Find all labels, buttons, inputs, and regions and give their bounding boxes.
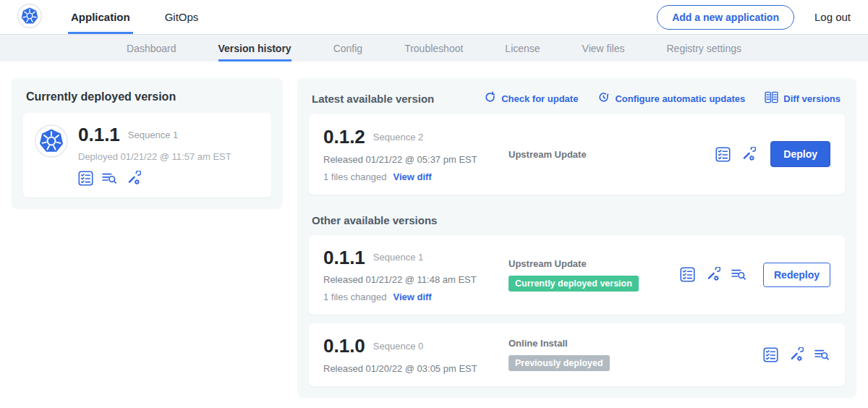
currently-deployed-panel: Currently deployed version (12, 78, 283, 209)
configure-automatic-updates-link[interactable]: Configure automatic updates (597, 91, 745, 106)
subnav-item-license[interactable]: License (505, 37, 540, 61)
version-source-label: Upstream Update (509, 149, 715, 160)
diff-columns-icon (765, 91, 778, 106)
lines-magnifier-icon[interactable] (731, 267, 747, 282)
logout-button[interactable]: Log out (814, 11, 851, 23)
version-source-label: Upstream Update (509, 258, 680, 269)
latest-version-title: Latest available version (312, 93, 434, 105)
sequence-label: Sequence 1 (373, 252, 423, 263)
diff-versions-link[interactable]: Diff versions (765, 91, 841, 106)
sequence-label: Sequence 2 (373, 132, 423, 143)
subnav-item-version-history[interactable]: Version history (218, 37, 292, 61)
sequence-label: Sequence 0 (373, 341, 423, 352)
wrench-gear-icon[interactable] (741, 147, 756, 162)
version-source-label: Online Install (509, 338, 763, 349)
top-tab-bar: Application GitOps (68, 0, 201, 34)
other-versions-title: Other available versions (309, 214, 845, 226)
checklist-icon[interactable] (763, 347, 778, 362)
wrench-gear-icon[interactable] (788, 347, 804, 362)
subnav-item-dashboard[interactable]: Dashboard (127, 37, 176, 61)
topbar-actions: Add a new application Log out (657, 0, 851, 34)
version-number: 0.1.0 (323, 336, 365, 357)
kubernetes-logo-icon (17, 4, 42, 31)
deployed-panel-title: Currently deployed version (23, 90, 271, 103)
refresh-icon (484, 91, 496, 106)
previously-deployed-badge: Previously deployed (509, 355, 610, 371)
deployed-timestamp: Deployed 01/21/22 @ 11:57 am EST (78, 151, 231, 162)
tab-gitops-label: GitOps (165, 11, 199, 23)
kubernetes-logo-icon (35, 124, 68, 158)
version-row-0-1-1: 0.1.1 Sequence 1 Released 01/21/22 @ 11:… (309, 235, 845, 315)
lines-magnifier-icon[interactable] (101, 171, 118, 186)
version-row-0-1-0: 0.1.0 Sequence 0 Released 01/20/22 @ 03:… (309, 323, 845, 386)
subnav-item-config[interactable]: Config (333, 37, 362, 61)
subnav-item-view-files[interactable]: View files (582, 37, 625, 61)
view-diff-link[interactable]: View diff (393, 292, 431, 302)
lines-magnifier-icon[interactable] (814, 347, 830, 362)
checklist-icon[interactable] (680, 267, 695, 282)
deployed-sequence-label: Sequence 1 (128, 129, 178, 140)
version-history-panel: Latest available version Check for updat… (297, 78, 856, 398)
check-for-update-link[interactable]: Check for update (484, 91, 578, 106)
checklist-icon[interactable] (715, 147, 731, 162)
app-logo (17, 0, 42, 34)
top-header: Application GitOps Add a new application… (0, 0, 868, 35)
released-timestamp: Released 01/21/22 @ 05:37 pm EST (323, 154, 509, 165)
redeploy-button[interactable]: Redeploy (763, 263, 830, 287)
main-content: Currently deployed version (0, 61, 868, 408)
version-number: 0.1.2 (323, 127, 365, 148)
wrench-gear-icon[interactable] (705, 267, 720, 282)
version-row-0-1-2: 0.1.2 Sequence 2 Released 01/21/22 @ 05:… (309, 114, 845, 195)
wrench-gear-icon[interactable] (126, 171, 141, 186)
deployed-version-number: 0.1.1 (78, 124, 120, 145)
app-subnav: Dashboard Version history Config Trouble… (0, 35, 868, 61)
released-timestamp: Released 01/21/22 @ 11:48 am EST (323, 274, 509, 285)
deployed-version-card: 0.1.1 Sequence 1 Deployed 01/21/22 @ 11:… (23, 113, 271, 197)
deploy-button[interactable]: Deploy (770, 141, 830, 167)
checklist-icon[interactable] (78, 171, 93, 186)
refresh-clock-icon (597, 91, 610, 106)
currently-deployed-badge: Currently deployed version (509, 276, 639, 292)
add-application-button[interactable]: Add a new application (657, 5, 794, 30)
tab-application-label: Application (71, 11, 130, 23)
tab-application[interactable]: Application (68, 2, 133, 34)
subnav-item-registry-settings[interactable]: Registry settings (667, 37, 741, 61)
subnav-item-troubleshoot[interactable]: Troubleshoot (404, 37, 463, 61)
version-number: 0.1.1 (323, 247, 365, 268)
tab-gitops[interactable]: GitOps (162, 2, 202, 34)
released-timestamp: Released 01/20/22 @ 03:05 pm EST (323, 363, 509, 374)
view-diff-link[interactable]: View diff (393, 171, 431, 182)
files-changed-label: 1 files changed (323, 292, 386, 302)
files-changed-label: 1 files changed (323, 171, 386, 182)
